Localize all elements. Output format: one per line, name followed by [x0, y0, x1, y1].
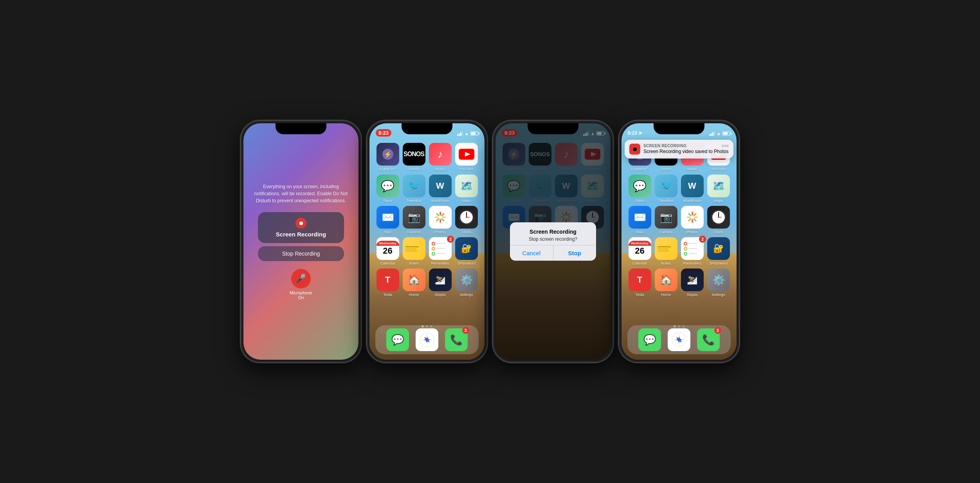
- app-mail-2[interactable]: ✉️ Mail: [375, 206, 400, 234]
- app-calendar-4[interactable]: Wednesday 26 Calendar: [627, 237, 652, 265]
- app-tesla-2[interactable]: T Tesla: [375, 269, 400, 297]
- settings-icon-4: ⚙️: [707, 269, 730, 291]
- app-settings-2[interactable]: ⚙️ Settings: [454, 269, 479, 297]
- app-camera-2[interactable]: 📷 Camera: [402, 206, 426, 234]
- app-calendar-2[interactable]: Wednesday 26 Calendar: [375, 237, 400, 265]
- slack-label-4: Slack: [635, 198, 644, 203]
- app-music-2[interactable]: ♪ Music: [428, 143, 452, 171]
- app-tesla-4[interactable]: T Tesla: [627, 269, 652, 297]
- notes-label-4: Notes: [661, 261, 671, 265]
- dock-messages-2[interactable]: 💬: [386, 328, 409, 351]
- status-indicators-4: ▲: [709, 131, 730, 136]
- reminders-label-2: Reminders: [431, 261, 449, 265]
- app-camera-4[interactable]: 📷 Camera: [654, 206, 678, 234]
- notes-icon-2: [403, 237, 425, 260]
- app-maps-2[interactable]: 🗺️ Maps: [454, 175, 479, 203]
- app-photos-2[interactable]: Photos: [428, 206, 452, 234]
- phone-2-screen: 8:23 ▲ ⚡ CARROTS: [369, 123, 485, 360]
- app-notes-2[interactable]: Notes: [402, 237, 426, 265]
- app-notes-4[interactable]: Notes: [654, 237, 678, 265]
- app-maps-4[interactable]: 🗺️ Maps: [706, 175, 731, 203]
- photos-label-4: Photos: [686, 230, 698, 234]
- clock-label-4: Clock: [714, 230, 723, 234]
- screen-recording-label: Screen Recording: [276, 231, 326, 238]
- app-slack-2[interactable]: 💬 Slack: [375, 175, 400, 203]
- wordpress-label-2: WordPress: [431, 198, 449, 203]
- notif-header: SCREEN RECORDING now: [643, 144, 729, 148]
- sonos-label-4: Sonos: [661, 167, 671, 171]
- notification-banner[interactable]: ⏺ SCREEN RECORDING now Screen Recording …: [625, 140, 733, 159]
- svg-point-49: [718, 216, 719, 218]
- wordpress-icon-4: W: [681, 175, 704, 197]
- mail-label-2: Mail: [384, 230, 391, 234]
- app-youtube-2[interactable]: YouTube: [454, 143, 479, 171]
- stop-recording-button[interactable]: Stop Recording: [258, 246, 344, 261]
- app-1password-4[interactable]: 🔐 1Password: [706, 237, 731, 265]
- dock-safari-2[interactable]: [416, 328, 438, 351]
- phone-badge-2: 3: [462, 327, 469, 334]
- camera-icon-4: 📷: [655, 206, 677, 229]
- notif-body: SCREEN RECORDING now Screen Recording vi…: [643, 144, 729, 154]
- microphone-button[interactable]: 🎤 MicrophoneOn: [290, 269, 312, 300]
- safari-dock-icon-4: [668, 328, 690, 351]
- svg-text:⚡: ⚡: [384, 151, 392, 158]
- alert-buttons: Cancel Stop: [510, 245, 596, 261]
- time-display-2: 8:23: [376, 130, 391, 136]
- screen-recording-button[interactable]: ⏺ Screen Recording: [258, 212, 344, 243]
- photos-label-2: Photos: [434, 230, 446, 234]
- notif-time: now: [722, 144, 729, 148]
- home-icon-4: 🏠: [655, 269, 677, 291]
- wordpress-icon-2: W: [429, 175, 452, 197]
- reminders-badge-2: 2: [447, 236, 454, 243]
- app-carrot-2[interactable]: ⚡ CARROTS: [375, 143, 400, 171]
- app-wordpress-4[interactable]: W WordPress: [680, 175, 704, 203]
- settings-label-4: Settings: [712, 292, 725, 297]
- app-home-4[interactable]: 🏠 Home: [654, 269, 678, 297]
- app-1password-2[interactable]: 🔐 1Password: [454, 237, 479, 265]
- alert-overlay: Screen Recording Stop screen recording? …: [495, 123, 611, 360]
- notch-2: [402, 123, 452, 134]
- dock-phone-4[interactable]: 📞 3: [697, 328, 720, 351]
- app-slopes-2[interactable]: ⛷️ Slopes: [428, 269, 452, 297]
- dock-messages-4[interactable]: 💬: [638, 328, 661, 351]
- app-home-2[interactable]: 🏠 Home: [402, 269, 426, 297]
- time-display-4: 8:23 ➤: [628, 130, 642, 136]
- app-photos-4[interactable]: Photos: [680, 206, 704, 234]
- app-tweetbot-2[interactable]: 🐦 Tweetbot: [402, 175, 426, 203]
- app-slopes-4[interactable]: ⛷️ Slopes: [680, 269, 704, 297]
- tesla-label-2: Tesla: [383, 292, 392, 297]
- tweetbot-icon-2: 🐦: [403, 175, 425, 197]
- maps-label-2: Maps: [462, 198, 471, 203]
- mail-label-4: Mail: [636, 230, 643, 234]
- svg-point-14: [466, 216, 467, 218]
- 1password-label-4: 1Password: [709, 261, 728, 265]
- maps-icon-4: 🗺️: [707, 175, 730, 197]
- messages-dock-icon-4: 💬: [638, 328, 661, 351]
- app-mail-4[interactable]: ✉️ Mail: [627, 206, 652, 234]
- stop-recording-label: Stop Recording: [282, 251, 320, 257]
- app-reminders-4[interactable]: 2 Reminders: [680, 237, 704, 265]
- photos-icon-2: [429, 206, 452, 229]
- slack-icon-2: 💬: [377, 175, 399, 197]
- app-tweetbot-4[interactable]: 🐦 Tweetbot: [654, 175, 678, 203]
- phone-1-screen: Everything on your screen, including not…: [243, 123, 358, 360]
- svg-point-44: [690, 215, 694, 219]
- notch-1: [276, 123, 326, 134]
- app-clock-4[interactable]: Clock: [706, 206, 731, 234]
- youtube-label-2: YouTube: [459, 167, 474, 171]
- app-wordpress-2[interactable]: W WordPress: [428, 175, 452, 203]
- phone-3-screen: 8:23 ▲ ⚡CARROTS SONOSSonos ♪Music YouTub…: [495, 123, 611, 360]
- dock-safari-4[interactable]: [668, 328, 690, 351]
- calendar-label-4: Calendar: [632, 261, 647, 265]
- app-reminders-2[interactable]: 2 Reminders: [428, 237, 452, 265]
- app-sonos-2[interactable]: SONOS Sonos: [402, 143, 426, 171]
- alert-stop-button[interactable]: Stop: [553, 245, 596, 261]
- maps-label-4: Maps: [714, 198, 723, 203]
- app-settings-4[interactable]: ⚙️ Settings: [706, 269, 731, 297]
- app-slack-4[interactable]: 💬 Slack: [627, 175, 652, 203]
- dock-phone-2[interactable]: 📞 3: [445, 328, 468, 351]
- maps-icon-2: 🗺️: [455, 175, 478, 197]
- app-clock-2[interactable]: Clock: [454, 206, 479, 234]
- alert-cancel-button[interactable]: Cancel: [510, 245, 553, 261]
- notch-4: [654, 123, 704, 134]
